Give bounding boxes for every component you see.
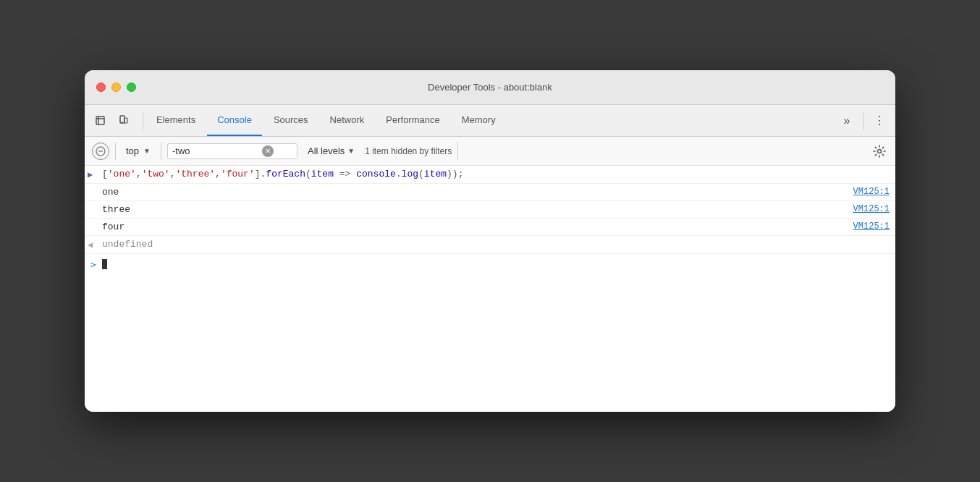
code-comma1: , [136,169,142,179]
code-paren2: ( [418,169,424,179]
code-paren-close: )) [447,169,458,179]
code-bracket-open: [ [102,169,108,179]
entry-arrow-one [88,187,102,187]
code-semicolon: ; [458,169,464,179]
traffic-lights [96,83,136,92]
clear-console-button[interactable] [92,143,109,160]
code-foreach: forEach [266,169,305,179]
entry-arrow-three [88,204,102,205]
code-string-three: 'three' [175,169,215,179]
output-text-three: three [102,204,842,215]
output-text-four: four [102,221,842,232]
tab-memory[interactable]: Memory [452,105,506,136]
toolbar-icons [90,111,134,131]
more-tabs-button[interactable]: » [837,111,857,131]
tab-performance[interactable]: Performance [376,105,449,136]
input-arrow[interactable]: ▶ [88,169,102,180]
levels-dropdown-arrow: ▼ [347,147,355,155]
toolbar-right-divider [863,112,863,130]
tab-sources[interactable]: Sources [263,105,318,136]
prompt-cursor [102,259,107,269]
search-clear-button[interactable]: ✕ [262,145,274,157]
console-entry-three: three VM125:1 [85,201,895,219]
window-title: Developer Tools - about:blank [428,82,552,93]
entry-link-four[interactable]: VM125:1 [842,221,890,232]
devtools-window: Developer Tools - about:blank [85,70,895,412]
title-bar: Developer Tools - about:blank [85,70,895,105]
code-param-item: item [311,169,334,179]
tab-elements[interactable]: Elements [146,105,206,136]
output-text-one: one [102,187,842,198]
context-selector[interactable]: top ▼ [122,144,155,158]
search-input[interactable] [172,145,259,156]
code-dot2: . [396,169,402,179]
code-string-one: 'one' [108,169,136,179]
code-arrow: => [334,169,356,179]
tab-network[interactable]: Network [320,105,375,136]
code-comma3: , [215,169,221,179]
search-box[interactable]: ✕ [167,143,297,159]
close-button[interactable] [96,83,106,92]
log-levels-dropdown[interactable]: All levels ▼ [303,144,359,158]
code-bracket-close: ] [255,169,261,179]
result-text: undefined [102,239,890,250]
toolbar-divider [143,112,143,130]
console-code: ['one','two','three','four'].forEach(ite… [102,169,890,179]
code-paren-open: ( [305,169,311,179]
console-entry-four: four VM125:1 [85,219,895,236]
filter-bar-divider2 [161,143,161,160]
filter-bar: top ▼ ✕ All levels ▼ 1 item hidden by fi… [85,137,895,166]
code-param-item2: item [424,169,447,179]
tabs: Elements Console Sources Network Perform… [146,105,506,136]
filter-info-text: 1 item hidden by filters [365,146,452,156]
entry-link-three[interactable]: VM125:1 [842,204,890,214]
minimize-button[interactable] [111,83,121,92]
inspect-element-button[interactable] [90,111,111,131]
devtools-menu-button[interactable]: ⋮ [869,111,890,131]
context-label: top [126,145,139,156]
code-string-four: 'four' [221,169,255,179]
result-arrow: ◀ [88,239,102,250]
toolbar-right: » ⋮ [837,111,890,131]
tab-console[interactable]: Console [207,105,262,136]
svg-point-8 [878,149,882,153]
prompt-arrow: > [90,259,96,270]
svg-rect-0 [96,117,104,124]
console-entry-one: one VM125:1 [85,184,895,201]
toolbar: Elements Console Sources Network Perform… [85,105,895,137]
console-prompt[interactable]: > [85,254,895,274]
levels-label: All levels [308,145,345,156]
console-content: ▶ ['one','two','three','four'].forEach(i… [85,166,895,412]
console-entry-result: ◀ undefined [85,236,895,254]
console-settings-button[interactable] [871,143,888,160]
entry-link-one[interactable]: VM125:1 [842,187,890,197]
code-string-two: 'two' [142,169,170,179]
filter-bar-divider3 [457,143,458,160]
console-entry-input: ▶ ['one','two','three','four'].forEach(i… [85,166,895,184]
entry-arrow-four [88,221,102,222]
code-log: log [402,169,418,179]
maximize-button[interactable] [127,83,136,92]
code-console: console [356,169,396,179]
context-dropdown-arrow: ▼ [143,147,151,155]
filter-bar-divider1 [115,143,116,160]
device-toolbar-button[interactable] [114,111,134,131]
